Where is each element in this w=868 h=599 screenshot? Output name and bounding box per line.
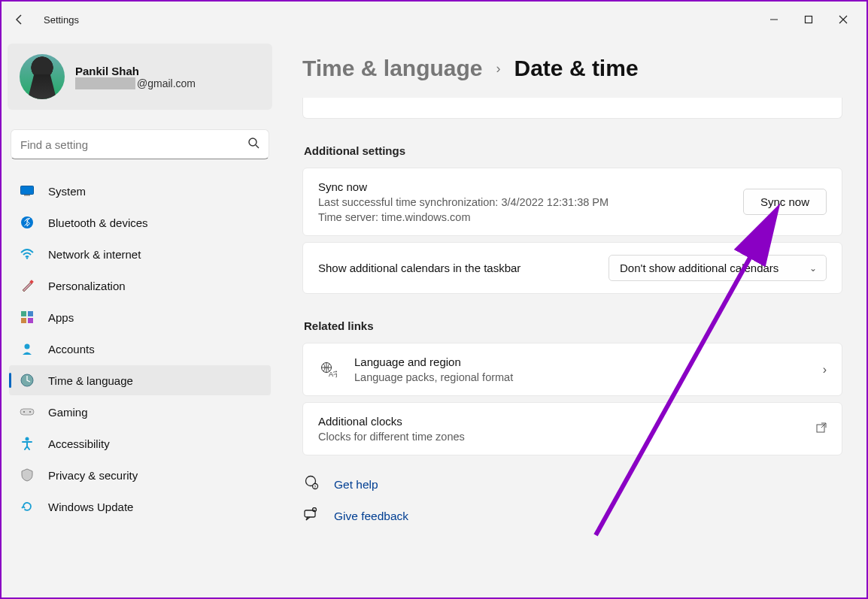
section-heading-related: Related links [304, 319, 842, 332]
sidebar-item-label: Time & language [48, 374, 133, 387]
sidebar-item-label: Gaming [48, 406, 88, 419]
sidebar-item-accounts[interactable]: Accounts [9, 334, 271, 364]
window-controls [757, 8, 860, 32]
update-icon [20, 499, 35, 514]
back-button[interactable] [8, 8, 32, 32]
sidebar-item-label: Accounts [48, 343, 95, 355]
clock-globe-icon [20, 373, 35, 388]
dropdown-value: Don't show additional calendars [620, 262, 778, 274]
svg-rect-15 [20, 409, 34, 415]
sidebar-item-label: Apps [48, 311, 74, 324]
sidebar-item-label: Privacy & security [48, 469, 138, 482]
svg-rect-5 [24, 195, 30, 196]
search-input[interactable] [20, 138, 247, 151]
link-sub: Clocks for different time zones [318, 431, 801, 443]
external-link-icon [816, 422, 827, 435]
sync-now-button[interactable]: Sync now [743, 189, 827, 215]
svg-point-16 [23, 411, 25, 413]
link-title: Additional clocks [318, 415, 801, 428]
svg-point-13 [25, 344, 30, 349]
sync-now-card: Sync now Last successful time synchroniz… [302, 168, 842, 236]
redacted-text [75, 77, 135, 89]
sync-title: Sync now [318, 180, 728, 193]
get-help-link[interactable]: ? Get help [304, 475, 842, 494]
sidebar-item-label: Network & internet [48, 248, 141, 261]
svg-point-2 [249, 138, 256, 146]
nav-list: System Bluetooth & devices Network & int… [8, 176, 272, 522]
wifi-icon [20, 247, 35, 262]
titlebar: Settings [2, 2, 866, 38]
sidebar-item-personalization[interactable]: Personalization [9, 271, 271, 301]
breadcrumb-current: Date & time [514, 56, 639, 81]
footer-links: ? Get help Give feedback [302, 475, 842, 525]
sidebar: Pankil Shah @gmail.com System Bluetooth … [2, 38, 278, 597]
svg-rect-9 [21, 311, 26, 316]
sidebar-item-bluetooth[interactable]: Bluetooth & devices [9, 207, 271, 237]
chevron-right-icon: › [496, 61, 501, 77]
profile-name: Pankil Shah [75, 65, 196, 77]
search-icon [247, 137, 259, 152]
svg-point-17 [29, 411, 31, 413]
svg-rect-1 [806, 17, 812, 23]
sync-last: Last successful time synchronization: 3/… [318, 196, 728, 208]
sidebar-item-privacy[interactable]: Privacy & security [9, 460, 271, 490]
give-feedback-link[interactable]: Give feedback [304, 507, 842, 525]
feedback-icon [304, 507, 320, 525]
sync-server: Time server: time.windows.com [318, 211, 728, 223]
search-input-wrapper[interactable] [11, 129, 269, 159]
gamepad-icon [20, 404, 35, 419]
sidebar-item-gaming[interactable]: Gaming [9, 397, 271, 427]
sidebar-item-windows-update[interactable]: Windows Update [9, 492, 271, 522]
sidebar-item-time-language[interactable]: Time & language [9, 365, 271, 395]
window-title: Settings [44, 14, 79, 26]
sidebar-item-label: Personalization [48, 280, 126, 292]
chevron-down-icon: ⌄ [809, 263, 817, 274]
sidebar-item-label: Accessibility [48, 437, 110, 450]
brush-icon [20, 278, 35, 293]
feedback-link-text[interactable]: Give feedback [334, 510, 408, 523]
avatar [20, 54, 65, 99]
sidebar-item-label: Windows Update [48, 501, 133, 513]
additional-clocks-link[interactable]: Additional clocks Clocks for different t… [302, 402, 842, 455]
sidebar-item-label: System [48, 185, 86, 198]
language-icon: A字 [318, 362, 339, 378]
svg-rect-12 [28, 318, 33, 323]
system-icon [20, 183, 35, 198]
language-region-link[interactable]: A字 Language and region Language packs, r… [302, 343, 842, 396]
profile-email: @gmail.com [75, 77, 196, 89]
help-link-text[interactable]: Get help [334, 478, 378, 492]
calendars-dropdown[interactable]: Don't show additional calendars ⌄ [609, 255, 827, 281]
svg-point-18 [26, 437, 29, 441]
sidebar-item-accessibility[interactable]: Accessibility [9, 428, 271, 458]
bluetooth-icon [20, 215, 35, 230]
main-content: Time & language › Date & time Additional… [278, 38, 866, 597]
close-button[interactable] [826, 8, 860, 32]
breadcrumb-parent[interactable]: Time & language [302, 56, 483, 81]
sidebar-item-apps[interactable]: Apps [9, 302, 271, 332]
svg-rect-4 [21, 186, 34, 195]
minimize-button[interactable] [757, 8, 791, 32]
shield-icon [20, 467, 35, 483]
collapsed-card[interactable] [302, 98, 842, 119]
link-sub: Language packs, regional format [354, 371, 808, 383]
person-icon [20, 341, 35, 356]
section-heading-additional: Additional settings [304, 144, 842, 157]
additional-calendars-card: Show additional calendars in the taskbar… [302, 242, 842, 294]
chevron-right-icon: › [823, 363, 827, 377]
calendars-label: Show additional calendars in the taskbar [318, 262, 593, 274]
svg-rect-10 [28, 311, 33, 316]
sidebar-item-network[interactable]: Network & internet [9, 239, 271, 269]
sidebar-item-system[interactable]: System [9, 176, 271, 206]
help-icon: ? [304, 475, 320, 494]
apps-icon [20, 310, 35, 325]
svg-point-7 [26, 257, 28, 259]
profile-card[interactable]: Pankil Shah @gmail.com [8, 44, 272, 110]
svg-rect-11 [21, 318, 26, 323]
link-title: Language and region [354, 355, 808, 368]
svg-text:A字: A字 [329, 371, 337, 378]
accessibility-icon [20, 436, 35, 451]
breadcrumb: Time & language › Date & time [302, 56, 842, 81]
sidebar-item-label: Bluetooth & devices [48, 216, 148, 229]
maximize-button[interactable] [791, 8, 826, 32]
svg-line-3 [256, 145, 259, 148]
